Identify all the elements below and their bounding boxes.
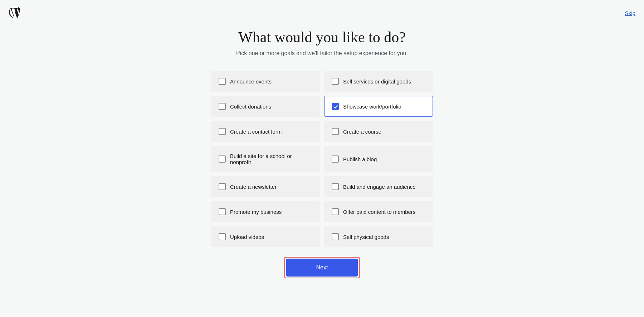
option-label-build-school-site: Build a site for a school or nonprofit <box>230 153 312 165</box>
checkbox-promote-business[interactable] <box>219 208 226 215</box>
option-item-showcase-portfolio[interactable]: Showcase work/portfolio <box>324 96 433 117</box>
option-label-publish-blog: Publish a blog <box>343 156 377 162</box>
checkbox-sell-services[interactable] <box>332 78 339 85</box>
option-label-promote-business: Promote my business <box>230 209 282 215</box>
checkbox-showcase-portfolio[interactable] <box>332 103 339 110</box>
option-item-create-newsletter[interactable]: Create a newsletter <box>211 176 320 197</box>
skip-button[interactable]: Skip <box>625 10 635 16</box>
option-label-sell-services: Sell services or digital goods <box>343 78 411 85</box>
option-label-create-newsletter: Create a newsletter <box>230 184 277 190</box>
checkbox-create-contact-form[interactable] <box>219 128 226 135</box>
option-item-announce-events[interactable]: Announce events <box>211 71 320 92</box>
next-button-container: Next <box>286 259 358 277</box>
option-item-collect-donations[interactable]: Collect donations <box>211 96 320 117</box>
option-label-build-audience: Build and engage an audience <box>343 184 416 190</box>
option-item-build-school-site[interactable]: Build a site for a school or nonprofit <box>211 146 320 172</box>
option-label-upload-videos: Upload videos <box>230 234 264 240</box>
option-label-paid-content: Offer paid content to members <box>343 209 415 215</box>
option-label-showcase-portfolio: Showcase work/portfolio <box>343 104 401 110</box>
checkbox-build-school-site[interactable] <box>219 155 226 163</box>
option-label-announce-events: Announce events <box>230 78 272 85</box>
option-item-sell-services[interactable]: Sell services or digital goods <box>324 71 433 92</box>
checkbox-build-audience[interactable] <box>332 183 339 190</box>
wordpress-logo <box>9 6 21 20</box>
options-grid: Announce eventsSell services or digital … <box>211 71 433 247</box>
checkbox-collect-donations[interactable] <box>219 103 226 110</box>
option-item-sell-physical[interactable]: Sell physical goods <box>324 226 433 247</box>
option-item-promote-business[interactable]: Promote my business <box>211 201 320 222</box>
next-button[interactable]: Next <box>286 259 358 277</box>
header: Skip <box>0 0 644 26</box>
option-label-create-contact-form: Create a contact form <box>230 129 282 135</box>
option-label-collect-donations: Collect donations <box>230 104 271 110</box>
checkbox-upload-videos[interactable] <box>219 233 226 240</box>
option-item-build-audience[interactable]: Build and engage an audience <box>324 176 433 197</box>
checkbox-sell-physical[interactable] <box>332 233 339 240</box>
option-item-publish-blog[interactable]: Publish a blog <box>324 146 433 172</box>
option-label-create-course: Create a course <box>343 129 381 135</box>
checkbox-create-course[interactable] <box>332 128 339 135</box>
option-item-upload-videos[interactable]: Upload videos <box>211 226 320 247</box>
page-subtitle: Pick one or more goals and we'll tailor … <box>236 50 408 57</box>
option-label-sell-physical: Sell physical goods <box>343 234 389 240</box>
checkbox-paid-content[interactable] <box>332 208 339 215</box>
option-item-create-course[interactable]: Create a course <box>324 121 433 142</box>
page-title: What would you like to do? <box>238 29 406 46</box>
checkbox-publish-blog[interactable] <box>332 155 339 163</box>
option-item-create-contact-form[interactable]: Create a contact form <box>211 121 320 142</box>
main-content: What would you like to do? Pick one or m… <box>0 0 644 277</box>
checkbox-create-newsletter[interactable] <box>219 183 226 190</box>
checkbox-announce-events[interactable] <box>219 78 226 85</box>
option-item-paid-content[interactable]: Offer paid content to members <box>324 201 433 222</box>
